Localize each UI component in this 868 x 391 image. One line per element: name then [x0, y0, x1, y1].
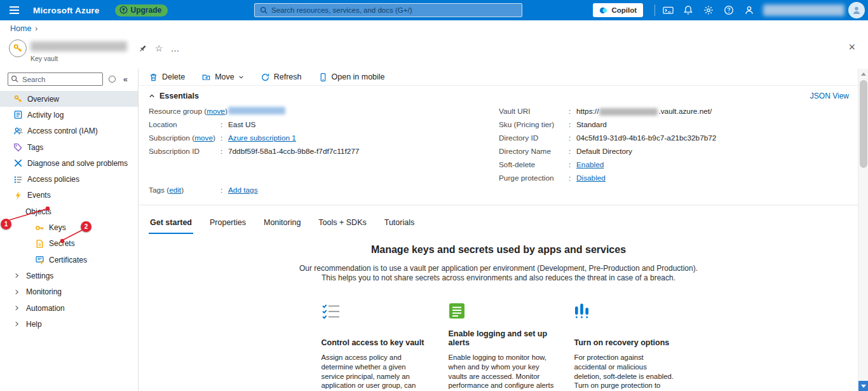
- scroll-up-button[interactable]: [858, 69, 868, 79]
- favorite-button[interactable]: ☆: [153, 42, 165, 55]
- hamburger-menu-icon[interactable]: [0, 0, 28, 20]
- tab-tools-sdks[interactable]: Tools + SDKs: [317, 214, 367, 234]
- separator: [569, 134, 576, 143]
- refresh-button[interactable]: Refresh: [261, 72, 302, 82]
- sidebar-item-objects[interactable]: Objects: [0, 203, 138, 219]
- cloud-shell-button[interactable]: [658, 0, 678, 20]
- key-icon: [34, 223, 44, 233]
- separator: [569, 147, 576, 156]
- sidebar-item-activity-log[interactable]: Activity log: [0, 107, 138, 123]
- scroll-down-button[interactable]: [858, 381, 868, 391]
- bell-icon: [683, 5, 693, 15]
- sidebar-item-overview[interactable]: Overview: [0, 91, 138, 107]
- move-folder-icon: [201, 72, 211, 82]
- feedback-button[interactable]: [739, 0, 759, 20]
- search-icon: [260, 6, 268, 14]
- notifications-button[interactable]: [678, 0, 698, 20]
- brand-title[interactable]: Microsoft Azure: [33, 6, 100, 15]
- sidebar-item-access-policies[interactable]: Access policies: [0, 171, 138, 187]
- subscription-label: Subscription (: [149, 134, 194, 142]
- tab-get-started[interactable]: Get started: [149, 214, 193, 234]
- sidebar-group-monitoring[interactable]: Monitoring: [0, 284, 138, 300]
- get-started-content: Manage keys and secrets used by apps and…: [139, 244, 858, 391]
- search-icon: [11, 75, 18, 83]
- content-heading: Manage keys and secrets used by apps and…: [139, 244, 858, 256]
- sidebar-item-diagnose-and-solve-problems[interactable]: Diagnose and solve problems: [0, 155, 138, 171]
- purge-protection-link[interactable]: Disabled: [576, 174, 606, 183]
- sidebar-item-events[interactable]: Events: [0, 188, 138, 203]
- chevron-right-icon: [13, 273, 20, 278]
- separator: [220, 134, 228, 143]
- card-body-text: For protection against accidental or mal…: [574, 353, 675, 391]
- open-in-mobile-button[interactable]: Open in mobile: [318, 72, 385, 82]
- tags-row: Tags (edit) Add tags: [149, 186, 499, 199]
- topbar-divider: [654, 4, 655, 16]
- global-search-box[interactable]: [254, 3, 522, 17]
- settings-button[interactable]: [698, 0, 719, 20]
- separator: [569, 120, 576, 130]
- breadcrumb-chevron-icon: ›: [35, 24, 37, 33]
- page-header: Key vault ☆ … ×: [0, 37, 868, 69]
- tab-tutorials[interactable]: Tutorials: [383, 214, 416, 234]
- json-view-link[interactable]: JSON View: [810, 92, 849, 100]
- subscription-move-link[interactable]: move: [194, 134, 213, 142]
- sidebar-group-automation[interactable]: Automation: [0, 300, 138, 316]
- sidebar-search-input[interactable]: [8, 72, 103, 86]
- card-control-access: Control access to key vault Assign acces…: [322, 303, 430, 391]
- tags-edit-link[interactable]: edit: [169, 186, 181, 195]
- move-button[interactable]: Move: [201, 72, 244, 82]
- directory-name-value: Default Directory: [576, 147, 632, 156]
- delete-button[interactable]: Delete: [149, 72, 185, 82]
- pin-to-dashboard-button[interactable]: [136, 42, 149, 55]
- tab-properties[interactable]: Properties: [208, 214, 247, 234]
- global-search-input[interactable]: [271, 6, 517, 14]
- collapse-sidebar-button[interactable]: «: [123, 74, 132, 84]
- diagnose-tools-icon: [13, 158, 23, 168]
- vertical-scrollbar[interactable]: [858, 69, 868, 391]
- breadcrumb-home-link[interactable]: Home: [10, 24, 31, 33]
- annotation-step-1-badge: 1: [1, 219, 11, 230]
- separator: [569, 174, 576, 183]
- blade-body: « Overview Activity log: [0, 69, 868, 391]
- sidebar-group-help[interactable]: Help: [0, 316, 138, 332]
- sidebar-item-label: Diagnose and solve problems: [27, 159, 128, 168]
- essentials-right-column: Vault URI https://.vault.azure.net/ Sku …: [499, 107, 849, 199]
- copilot-button[interactable]: Copilot: [593, 3, 643, 17]
- avatar[interactable]: [848, 2, 865, 18]
- upgrade-button[interactable]: Upgrade: [115, 4, 168, 17]
- certificate-icon: [34, 255, 44, 265]
- lightning-bolt-icon: [13, 190, 23, 200]
- logging-icon: [449, 303, 555, 324]
- gear-icon: [703, 5, 714, 15]
- resource-group-row: Resource group (move): [149, 107, 499, 120]
- help-button[interactable]: [719, 0, 739, 20]
- sidebar-item-certificates[interactable]: Certificates: [0, 252, 138, 268]
- purge-protection-row: Purge protection Disabled: [499, 174, 849, 187]
- command-bar: Delete Move Refresh Open in mobile: [139, 69, 858, 86]
- add-tags-link[interactable]: Add tags: [228, 186, 258, 195]
- content-intro: Our recommendation is to use a vault per…: [139, 264, 858, 283]
- intro-line-1: Our recommendation is to use a vault per…: [139, 264, 858, 273]
- tab-monitoring[interactable]: Monitoring: [262, 214, 302, 234]
- menu-options-icon[interactable]: [109, 76, 116, 83]
- sidebar-item-label: Keys: [49, 223, 66, 232]
- soft-delete-link[interactable]: Enabled: [576, 160, 604, 170]
- pin-icon: [138, 44, 147, 53]
- triangle-up-icon: [861, 72, 866, 76]
- sidebar-group-settings[interactable]: Settings: [0, 268, 138, 284]
- close-blade-button[interactable]: ×: [848, 41, 855, 53]
- sidebar-item-label: Tags: [27, 143, 43, 152]
- sidebar-item-access-control-iam[interactable]: Access control (IAM): [0, 123, 138, 139]
- sidebar-search-box[interactable]: [8, 72, 103, 86]
- sidebar-item-secrets[interactable]: Secrets: [0, 236, 138, 252]
- recovery-bars-icon: [574, 303, 676, 324]
- essentials-collapse-toggle[interactable]: Essentials: [149, 92, 199, 100]
- sidebar-item-tags[interactable]: Tags: [0, 139, 138, 155]
- sidebar-item-keys[interactable]: Keys: [0, 219, 138, 235]
- subscription-link[interactable]: Azure subscription 1: [228, 134, 296, 143]
- resource-group-label: Resource group (: [149, 107, 207, 116]
- scrollbar-thumb[interactable]: [860, 80, 867, 168]
- more-options-button[interactable]: …: [169, 42, 182, 55]
- sidebar-item-label: Automation: [26, 304, 65, 313]
- help-icon: [724, 5, 734, 15]
